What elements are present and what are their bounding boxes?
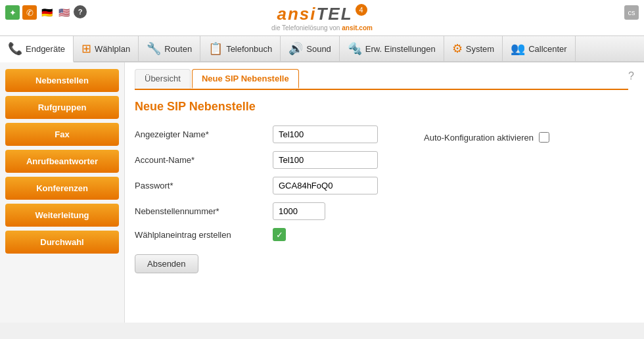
nav-label-sound: Sound [306, 44, 331, 54]
icon-orange[interactable]: ✆ [22, 5, 37, 20]
cs-icon[interactable]: cs [624, 5, 639, 20]
nav-item-waehlplan[interactable]: ⊞ Wählplan [74, 36, 139, 61]
sidebar-btn-weiterleitung[interactable]: Weiterleitung [5, 204, 119, 227]
form-row-account: Account-Name* [135, 151, 378, 169]
checkbox-auto-config[interactable] [539, 132, 549, 143]
sidebar-btn-fax[interactable]: Fax [5, 123, 119, 146]
nav-label-waehlplan: Wählplan [95, 44, 130, 54]
logo-area: ansi TEL 4 die Telefonielösung von ansit… [271, 4, 373, 32]
label-account-name: Account-Name* [135, 155, 273, 165]
content-wrapper: Nebenstellen Rufgruppen Fax Anrufbeantwo… [0, 62, 644, 323]
logo-ansi: ansi [277, 4, 316, 24]
label-nebenstellennummer: Nebenstellennummer* [135, 206, 273, 216]
input-angezeigter-name[interactable] [273, 125, 378, 143]
form-row-name: Angezeigter Name* [135, 125, 378, 143]
flag-de[interactable]: 🇩🇪 [39, 5, 54, 20]
nav-icon-waehlplan: ⊞ [81, 41, 91, 56]
label-passwort: Passwort* [135, 181, 273, 191]
submit-button[interactable]: Absenden [135, 254, 198, 273]
nav-label-routen: Routen [164, 44, 192, 54]
nav-icon-routen: 🔧 [147, 41, 161, 56]
help-icon[interactable]: ? [74, 5, 87, 18]
input-account-name[interactable] [273, 151, 378, 169]
nav-item-sound[interactable]: 🔊 Sound [281, 36, 340, 61]
nav-item-system[interactable]: ⚙ System [444, 36, 503, 61]
logo-tel: TEL [316, 4, 352, 24]
nav-icon-system: ⚙ [452, 41, 463, 56]
right-panel: Auto-Konfiguration aktivieren [398, 125, 549, 273]
logo-bar: ansi TEL 4 die Telefonielösung von ansit… [0, 0, 644, 35]
form-title: Neue SIP Nebenstelle [135, 100, 634, 114]
tab-neue-sip-nebenstelle[interactable]: Neue SIP Nebenstelle [192, 69, 299, 89]
nav-item-callcenter[interactable]: 👥 Callcenter [503, 36, 576, 61]
logo-brand: ansit.com [342, 24, 373, 32]
label-angezeigter-name: Angezeigter Name* [135, 129, 273, 139]
input-nebenstellennummer[interactable] [273, 202, 325, 220]
flag-us[interactable]: 🇺🇸 [57, 5, 71, 20]
top-icons: ✦ ✆ 🇩🇪 🇺🇸 ? [5, 5, 87, 20]
nav-icon-callcenter: 👥 [511, 41, 525, 56]
label-auto-config: Auto-Konfiguration aktivieren [424, 133, 534, 143]
nav-icon-sound: 🔊 [288, 41, 303, 56]
logo-version: 4 [356, 4, 367, 16]
nav-item-routen[interactable]: 🔧 Routen [139, 36, 200, 61]
form-row-passwort: Passwort* [135, 177, 378, 194]
form-row-nebenstelle: Nebenstellennummer* [135, 202, 378, 220]
sidebar-btn-rufgruppen[interactable]: Rufgruppen [5, 96, 119, 119]
nav-item-telefonbuch[interactable]: 📋 Telefonbuch [200, 36, 281, 61]
icon-green[interactable]: ✦ [5, 5, 20, 20]
nav-label-endgeraete: Endgeräte [26, 44, 65, 54]
nav-label-callcenter: Callcenter [528, 44, 567, 54]
nav-label-system: System [466, 44, 494, 54]
input-passwort[interactable] [273, 177, 378, 194]
auto-config-row: Auto-Konfiguration aktivieren [424, 132, 549, 143]
tab-uebersicht[interactable]: Übersicht [135, 69, 191, 89]
sidebar-btn-nebenstellen[interactable]: Nebenstellen [5, 69, 119, 92]
logo-subtitle: die Telefonielösung von ansit.com [271, 24, 373, 32]
nav-icon-endgeraete: 📞 [8, 41, 22, 56]
nav-label-telefonbuch: Telefonbuch [226, 44, 272, 54]
nav-label-erweiterte: Erw. Einstellungen [365, 44, 436, 54]
label-waehlplan: Wählplaneintrag erstellen [135, 230, 273, 240]
nav-item-endgeraete[interactable]: 📞 Endgeräte [0, 36, 74, 62]
checkbox-waehlplan[interactable]: ✓ [273, 228, 286, 241]
nav-icon-erweiterte: 🔩 [348, 41, 362, 56]
nav-icon-telefonbuch: 📋 [208, 41, 223, 56]
form-row-waehlplan: Wählplaneintrag erstellen ✓ [135, 228, 378, 241]
sidebar: Nebenstellen Rufgruppen Fax Anrufbeantwo… [0, 62, 125, 323]
tab-bar: Übersicht Neue SIP Nebenstelle [135, 69, 628, 90]
sidebar-btn-konferenzen[interactable]: Konferenzen [5, 177, 119, 200]
form-fields: Angezeigter Name* Account-Name* Passwort… [135, 125, 378, 273]
sidebar-btn-durchwahl[interactable]: Durchwahl [5, 231, 119, 254]
nav-item-erweiterte[interactable]: 🔩 Erw. Einstellungen [340, 36, 444, 61]
main-content: ? Übersicht Neue SIP Nebenstelle Neue SI… [125, 62, 644, 323]
form-container: Angezeigter Name* Account-Name* Passwort… [135, 125, 634, 273]
nav-bar: 📞 Endgeräte ⊞ Wählplan 🔧 Routen 📋 Telefo… [0, 35, 644, 62]
help-question-icon[interactable]: ? [628, 70, 634, 82]
sidebar-btn-anrufbeantworter[interactable]: Anrufbeantworter [5, 150, 119, 173]
